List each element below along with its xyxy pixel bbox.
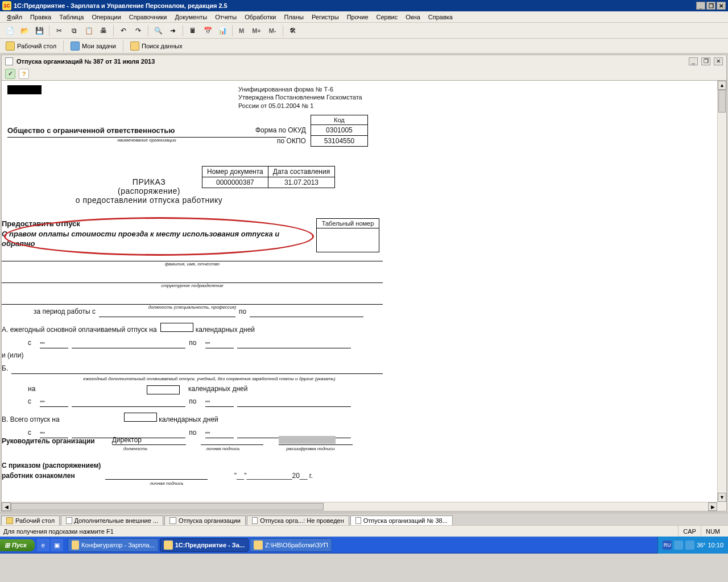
tray-icon[interactable] [685, 541, 694, 550]
find-icon[interactable]: 🔍 [152, 24, 164, 37]
task-configurator[interactable]: Конфигуратор - Зарпла... [68, 538, 159, 552]
form-body: за период работы спо А. ежегодный основн… [2, 306, 383, 439]
goto-icon[interactable]: ➜ [167, 24, 179, 37]
close-button[interactable]: ✕ [717, 2, 726, 10]
paste-icon[interactable]: 📋 [82, 24, 95, 37]
menu-reports[interactable]: Отчеты [212, 13, 240, 22]
help-icon[interactable]: ? [19, 69, 29, 79]
task-1c-enterprise[interactable]: 1С:Предприятие - За... [160, 538, 249, 552]
form-page: Унифицированная форма № Т-6 Утверждена П… [2, 81, 679, 147]
desktop-icon [6, 517, 13, 524]
desktop-icon [6, 41, 15, 51]
menu-references[interactable]: Справочники [126, 13, 171, 22]
scroll-up-icon[interactable]: ▲ [718, 81, 726, 90]
menu-operations[interactable]: Операции [88, 13, 124, 22]
main-toolbar: 📄 📂 💾 ✂ ⧉ 📋 🖶 ↶ ↷ 🔍 ➜ 🖩 📅 📊 M M+ M- 🛠 [0, 23, 728, 39]
menu-edit[interactable]: Правка [27, 13, 55, 22]
task-explorer[interactable]: Z:\НВ\Обработки\ЗУП [250, 538, 332, 552]
hscroll-thumb[interactable] [11, 503, 324, 510]
scroll-right-icon[interactable]: ▶ [708, 502, 717, 511]
app-logo-icon: 1C [2, 1, 11, 10]
highlighted-clause: С правом оплаты стоимости проезда к мест… [2, 230, 309, 249]
tab-external[interactable]: Дополнительные внешние ... [61, 516, 163, 525]
new-icon[interactable]: 📄 [3, 24, 16, 37]
memory-mminus-button[interactable]: M- [266, 24, 279, 37]
undo-icon[interactable]: ↶ [117, 24, 130, 37]
document-tab-header: Отпуска организаций № 387 от 31 июля 201… [1, 55, 727, 67]
menu-plans[interactable]: Планы [280, 13, 307, 22]
save-icon[interactable]: 💾 [33, 24, 46, 37]
tab-vacation-387[interactable]: Отпуска организаций № 38... [350, 516, 453, 525]
open-icon[interactable]: 📂 [18, 24, 31, 37]
tasks-icon [71, 41, 80, 51]
list-icon[interactable]: 📊 [216, 24, 229, 37]
menu-registers[interactable]: Регистры [308, 13, 342, 22]
status-cap: CAP [678, 526, 701, 537]
desktop-link[interactable]: Рабочий стол [3, 40, 59, 52]
search-data-link[interactable]: Поиск данных [128, 40, 185, 52]
print-save-icon[interactable]: ✓ [5, 69, 15, 79]
window-titlebar: 1C 1С:Предприятие - Зарплата и Управлени… [0, 0, 728, 11]
menu-other[interactable]: Прочие [344, 13, 372, 22]
tab-desktop[interactable]: Рабочий стол [1, 516, 60, 525]
vertical-scrollbar[interactable]: ▲ ▼ [717, 81, 726, 502]
tools-icon[interactable]: 🛠 [287, 24, 299, 37]
menu-help[interactable]: Справка [425, 13, 456, 22]
quick-launch: e ▣ [35, 539, 65, 551]
signature-section: Руководитель организации Директор должно… [2, 436, 383, 487]
status-num: NUM [701, 526, 725, 537]
calc-icon[interactable]: 🖩 [187, 24, 199, 37]
scroll-left-icon[interactable]: ◀ [2, 502, 11, 511]
memory-m-button[interactable]: M [236, 24, 247, 37]
document-title: Отпуска организаций № 387 от 31 июля 201… [16, 58, 685, 65]
menu-service[interactable]: Сервис [373, 13, 402, 22]
tray-icon[interactable] [674, 541, 683, 550]
start-button[interactable]: ⊞Пуск [0, 539, 35, 551]
memory-mplus-button[interactable]: M+ [249, 24, 264, 37]
my-tasks-link[interactable]: Мои задачи [68, 40, 118, 52]
statusbar: Для получения подсказки нажмите F1 CAP N… [0, 525, 728, 537]
blackbox-placeholder [7, 85, 42, 94]
doc-restore-button[interactable]: ❐ [701, 57, 710, 65]
document-date: 31.07.2013 [268, 177, 334, 188]
scroll-down-icon[interactable]: ▼ [718, 493, 726, 502]
lang-indicator[interactable]: RU [663, 541, 672, 550]
org-sublabel: наименование организации [7, 138, 286, 143]
maximize-button[interactable]: ❐ [706, 2, 715, 10]
order-title: ПРИКАЗ (распоряжение) о предоставлении о… [61, 177, 237, 205]
copy-icon[interactable]: ⧉ [68, 24, 80, 37]
show-desktop-icon[interactable]: ▣ [51, 539, 63, 551]
menu-file[interactable]: ФФайлайл [3, 13, 26, 22]
menu-processing[interactable]: Обработки [241, 13, 279, 22]
mdi-tabs: Рабочий стол Дополнительные внешние ... … [0, 513, 728, 525]
document-icon [252, 517, 258, 524]
status-hint: Для получения подсказки нажмите F1 [3, 528, 114, 535]
redo-icon[interactable]: ↷ [132, 24, 144, 37]
tab-vacations-list[interactable]: Отпуска организации [164, 516, 246, 525]
horizontal-scrollbar[interactable]: ◀ ▶ [2, 502, 717, 511]
scroll-thumb[interactable] [718, 90, 726, 113]
search-icon [130, 41, 139, 51]
system-tray: RU 36° 10:10 [657, 537, 728, 554]
document-icon [355, 517, 361, 524]
nav-toolbar: Рабочий стол Мои задачи Поиск данных [0, 39, 728, 53]
document-icon [169, 517, 176, 524]
document-icon [5, 57, 13, 65]
redacted-name [279, 436, 336, 444]
calendar-icon[interactable]: 📅 [201, 24, 214, 37]
menu-table[interactable]: Таблица [56, 13, 87, 22]
codes-section: Код Форма по ОКУД0301005 по ОКПО53104550 [251, 115, 368, 147]
doc-close-button[interactable]: ✕ [714, 57, 723, 65]
form-standard-header: Унифицированная форма № Т-6 Утверждена П… [238, 85, 362, 110]
doc-minimize-button[interactable]: _ [689, 57, 698, 65]
ie-icon[interactable]: e [37, 539, 49, 551]
employee-number-box: Табельный номер [316, 218, 379, 252]
grant-label: Предоставить отпуск [2, 219, 80, 228]
print-icon[interactable]: 🖶 [97, 24, 110, 37]
menu-documents[interactable]: Документы [171, 13, 210, 22]
cut-icon[interactable]: ✂ [53, 24, 65, 37]
tab-vacation-unposted[interactable]: Отпуска орга...: Не проведен [247, 516, 349, 525]
menu-windows[interactable]: Окна [402, 13, 424, 22]
document-toolbar: ✓ ? [1, 67, 727, 81]
minimize-button[interactable]: _ [696, 2, 705, 10]
